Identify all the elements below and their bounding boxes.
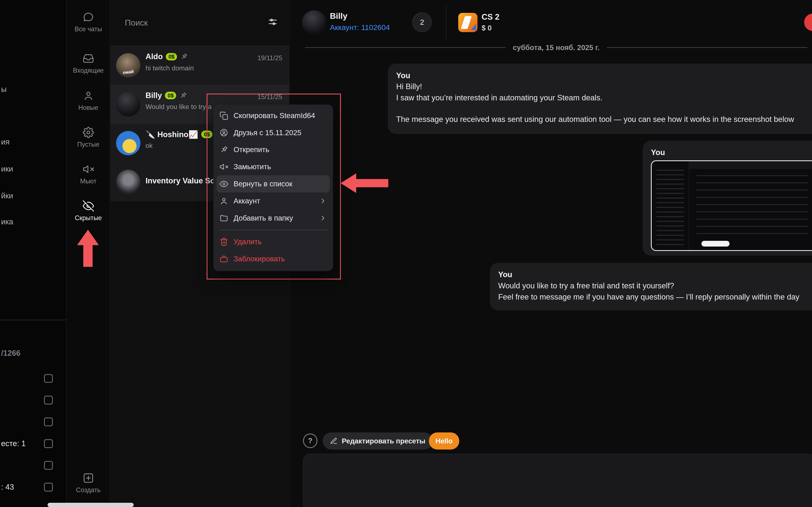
help-button[interactable]: ?	[303, 434, 318, 448]
nav-item-create[interactable]: Создать	[67, 472, 110, 494]
message-line: I saw that you’re interested in automati…	[396, 92, 812, 104]
attachment-header-mock	[689, 161, 812, 169]
pencil-icon	[330, 437, 338, 445]
app-root: ы ия ики йки ика /1266 есте: 1 : 43 Все …	[0, 0, 812, 507]
row-checkbox[interactable]	[44, 417, 53, 426]
chevron-right-icon	[319, 214, 327, 222]
nav-item-new[interactable]: Новые	[67, 90, 110, 111]
cs2-game-icon	[458, 13, 477, 32]
chat-name: Aldo	[146, 52, 163, 61]
folder-icon	[219, 214, 229, 222]
menu-item-account[interactable]: Аккаунт	[216, 192, 330, 210]
pin-icon	[180, 53, 188, 61]
edit-presets-button[interactable]: Редактировать пресеты	[323, 433, 433, 450]
filter-button[interactable]	[267, 16, 278, 27]
header-avatar	[302, 10, 326, 35]
avatar	[116, 131, 140, 155]
menu-item-label: Друзья с 15.11.2025	[234, 129, 301, 137]
nav-item-label: Мьют	[80, 177, 97, 185]
nav-item-label: Входящие	[73, 67, 104, 74]
nav-item-incoming[interactable]: Входящие	[67, 53, 110, 74]
message-author: You	[651, 147, 812, 158]
message-bubble: You	[643, 141, 812, 256]
alert-button[interactable]	[804, 13, 812, 31]
strip-label: ика	[1, 217, 13, 226]
nav-item-hidden[interactable]: Скрытые	[67, 200, 110, 222]
quick-reply-button[interactable]: Hello	[429, 433, 459, 450]
pin-icon	[179, 92, 187, 100]
avatar-caption: омай	[116, 68, 140, 76]
nav-item-label: Пустые	[77, 141, 99, 148]
menu-item-label: Замьютить	[234, 163, 271, 171]
divider	[0, 320, 66, 320]
person-icon	[219, 197, 229, 206]
date-divider: суббота, 15 нояб. 2025 г.	[305, 44, 807, 52]
left-strip-panel: ы ия ики йки ика /1266 есте: 1 : 43	[0, 0, 67, 507]
pin-icon	[219, 145, 229, 154]
value-badge: 0$	[166, 53, 177, 61]
menu-item-label: Скопировать SteamId64	[234, 112, 315, 120]
edit-presets-label: Редактировать пресеты	[342, 437, 425, 445]
nav-item-label: Все чаты	[74, 25, 102, 33]
strip-label: ики	[1, 165, 13, 173]
chat-row-aldo[interactable]: омай Aldo 0$ hi twitch domain 19/11/25	[110, 46, 289, 86]
menu-item-label: Добавить в папку	[234, 214, 293, 222]
row-checkbox[interactable]	[44, 374, 53, 383]
menu-separator	[218, 230, 328, 230]
value-badge: 0$	[165, 92, 176, 99]
avatar	[116, 92, 140, 116]
copy-icon	[219, 111, 229, 120]
menu-item-add-to-folder[interactable]: Добавить в папку	[216, 210, 330, 227]
nav-item-all-chats[interactable]: Все чаты	[67, 11, 110, 33]
row-label: : 43	[1, 483, 14, 492]
bottom-scrollbar[interactable]	[48, 503, 134, 507]
menu-item-block[interactable]: Заблокировать	[216, 250, 330, 268]
person-icon	[83, 90, 94, 101]
nav-item-muted[interactable]: Мьют	[67, 164, 110, 185]
unread-count-badge[interactable]: 2	[412, 12, 432, 32]
search-input[interactable]	[124, 15, 245, 30]
filter-sliders-icon	[267, 16, 278, 27]
block-icon	[219, 255, 229, 264]
chat-bubble-icon	[83, 11, 94, 23]
row-checkbox[interactable]	[44, 483, 53, 492]
chat-preview: hi twitch domain	[146, 64, 194, 72]
value-badge: 0$	[201, 130, 212, 138]
menu-item-delete[interactable]: Удалить	[216, 233, 330, 250]
row-checkbox[interactable]	[44, 461, 53, 470]
context-menu: Скопировать SteamId64 Друзья с 15.11.202…	[213, 105, 333, 271]
nav-item-empty[interactable]: Пустые	[67, 127, 110, 148]
game-balance: $ 0	[482, 24, 492, 32]
conversation-panel: Billy Аккаунт: 1102604 2 CS 2 $ 0 суббот…	[290, 0, 812, 507]
menu-item-friends-since[interactable]: Друзья с 15.11.2025	[216, 124, 330, 141]
eye-icon	[219, 180, 229, 188]
chat-preview: ok	[146, 142, 153, 150]
message-input[interactable]	[303, 454, 812, 507]
chat-name: Billy	[146, 91, 162, 100]
muted-speaker-icon	[83, 164, 94, 175]
message-author: You	[498, 269, 812, 280]
menu-item-copy-steamid[interactable]: Скопировать SteamId64	[216, 107, 330, 124]
menu-item-mute[interactable]: Замьютить	[216, 158, 330, 175]
attachment-content-mock	[689, 169, 812, 250]
row-checkbox[interactable]	[44, 396, 53, 404]
date-divider-label: суббота, 15 нояб. 2025 г.	[513, 44, 600, 52]
avatar: омай	[116, 53, 140, 77]
strip-label: ы	[1, 85, 7, 94]
game-name: CS 2	[482, 12, 500, 21]
nav-item-label: Создать	[76, 486, 100, 494]
nav-item-label: Новые	[78, 104, 98, 111]
divider-line	[607, 47, 807, 48]
inbox-icon	[83, 53, 94, 64]
header-account-link[interactable]: Аккаунт: 1102604	[330, 23, 390, 32]
chat-name: Inventory Value Sc	[146, 176, 215, 185]
gear-icon	[83, 127, 94, 138]
row-checkbox[interactable]	[44, 439, 53, 448]
screenshot-attachment[interactable]	[651, 160, 812, 251]
friends-since-icon	[219, 128, 229, 137]
menu-item-return-to-list[interactable]: Вернуть в список	[216, 175, 330, 192]
message-author: You	[396, 70, 812, 81]
divider-line	[305, 47, 505, 48]
menu-item-unpin[interactable]: Открепить	[216, 141, 330, 158]
divider	[446, 4, 446, 41]
